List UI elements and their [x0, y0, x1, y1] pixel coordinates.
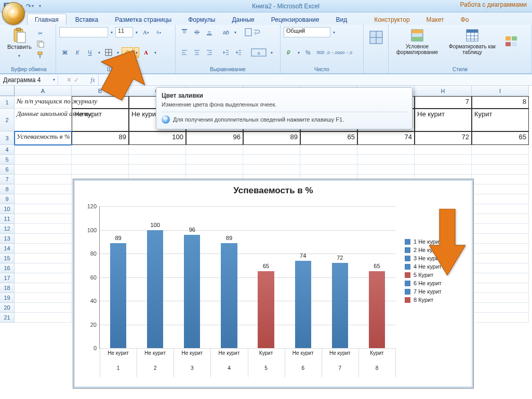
- increase-decimal-icon[interactable]: ,0→,00: [327, 47, 339, 58]
- format-as-table-icon: [465, 28, 480, 43]
- shrink-font-icon[interactable]: A▾: [153, 27, 164, 37]
- tooltip-fill-color: Цвет заливки Изменение цвета фона выделе…: [156, 87, 413, 129]
- cell-styles-button[interactable]: [502, 33, 521, 50]
- enter-formula-icon[interactable]: ✓: [74, 76, 79, 84]
- formula-bar: Диаграмма 4▾ ✕✓ fx: [0, 74, 532, 86]
- name-box[interactable]: Диаграмма 4▾: [0, 74, 58, 85]
- annotation-arrow-2: [429, 209, 466, 276]
- cut-icon[interactable]: ✂: [35, 28, 46, 38]
- chart-plot-area: 02040608010012089Не курит1100Не курит296…: [99, 206, 395, 323]
- wrap-text-button[interactable]: [243, 27, 262, 37]
- group-alignment-label: Выравнивание: [179, 65, 277, 72]
- chart-bar[interactable]: 89: [110, 243, 126, 323]
- tab-chart-design[interactable]: Конструктор: [366, 14, 417, 25]
- tab-insert[interactable]: Вставка: [68, 14, 107, 25]
- ribbon-body: Вставить ▾ ✂ Буфер обмена ▾ 11▾ A▴ A▾ Ж: [0, 25, 532, 74]
- group-alignment: ab▾ a▾ Выравнивание: [176, 25, 281, 73]
- chart-bar[interactable]: 89: [221, 243, 237, 323]
- redo-icon[interactable]: ↷▾: [26, 2, 34, 10]
- italic-button[interactable]: К: [72, 47, 83, 58]
- paste-button[interactable]: Вставить ▾: [5, 27, 34, 61]
- orientation-icon[interactable]: ab: [220, 27, 232, 37]
- conditional-formatting-button[interactable]: Условное форматирование: [392, 27, 443, 56]
- chart-bar[interactable]: 74: [295, 261, 311, 323]
- fx-icon[interactable]: fx: [87, 74, 99, 85]
- svg-text:₽: ₽: [287, 49, 290, 56]
- chart-bar[interactable]: 65: [258, 271, 274, 323]
- chart-object[interactable]: Успеваемость в % 02040608010012089Не кур…: [73, 179, 474, 323]
- group-clipboard-label: Буфер обмена: [5, 65, 52, 72]
- qat-customize-icon[interactable]: ▾: [37, 2, 43, 11]
- tab-review[interactable]: Рецензирование: [263, 14, 327, 25]
- format-painter-icon[interactable]: [35, 50, 46, 60]
- ribbon: Главная Вставка Разметка страницы Формул…: [0, 12, 532, 74]
- svg-rect-9: [39, 55, 41, 58]
- tab-data[interactable]: Данные: [224, 14, 262, 25]
- tab-formulas[interactable]: Формулы: [180, 14, 223, 25]
- percent-format-icon[interactable]: %: [302, 47, 314, 58]
- tooltip-f1: Для получения дополнительных сведений на…: [173, 116, 344, 123]
- svg-rect-47: [411, 37, 423, 41]
- grow-font-icon[interactable]: A▴: [140, 27, 152, 37]
- svg-rect-57: [512, 42, 517, 46]
- cancel-formula-icon[interactable]: ✕: [66, 76, 72, 84]
- chart-bar[interactable]: 100: [147, 230, 163, 323]
- tab-page-layout[interactable]: Разметка страницы: [107, 14, 179, 25]
- paste-label: Вставить: [7, 44, 32, 50]
- svg-rect-23: [245, 29, 251, 36]
- font-size-input[interactable]: 11: [115, 27, 133, 37]
- app-title: Книга2 - Microsoft Excel: [43, 3, 529, 10]
- legend-item[interactable]: 7 Не курит: [405, 288, 468, 295]
- cell-styles-icon: [504, 34, 518, 49]
- group-number-label: Число: [284, 65, 360, 72]
- font-name-input[interactable]: [59, 27, 108, 37]
- chart-bar[interactable]: 65: [369, 271, 385, 323]
- underline-button[interactable]: Ч: [84, 47, 96, 58]
- tab-home[interactable]: Главная: [27, 14, 66, 25]
- group-styles-label: Стили: [392, 65, 528, 72]
- group-styles: Условное форматирование Форматировать ка…: [389, 25, 532, 73]
- align-bottom-icon[interactable]: [204, 27, 215, 37]
- svg-rect-5: [17, 32, 25, 43]
- increase-indent-icon[interactable]: [233, 47, 244, 58]
- group-number: Общий▾ ₽▾ % 000 ,0→,00 ,00→,0 Число: [281, 25, 364, 73]
- legend-item[interactable]: 8 Курит: [405, 297, 468, 303]
- align-top-icon[interactable]: [179, 27, 190, 37]
- decrease-decimal-icon[interactable]: ,00→,0: [340, 47, 351, 58]
- bold-button[interactable]: Ж: [59, 47, 71, 58]
- svg-text:a: a: [257, 50, 260, 56]
- ribbon-tabs: Главная Вставка Разметка страницы Формул…: [0, 12, 532, 25]
- tooltip-title: Цвет заливки: [162, 92, 407, 99]
- number-format-select[interactable]: Общий: [284, 27, 330, 37]
- align-left-icon[interactable]: [179, 47, 190, 58]
- tab-chart-format[interactable]: Фо: [453, 14, 477, 25]
- svg-rect-49: [467, 30, 478, 33]
- title-bar: ↶▾ ↷▾ ▾ Книга2 - Microsoft Excel Работа …: [0, 0, 532, 12]
- svg-rect-54: [506, 36, 511, 41]
- tab-chart-layout[interactable]: Макет: [419, 14, 452, 25]
- tab-view[interactable]: Вид: [328, 14, 355, 25]
- svg-rect-56: [506, 42, 511, 46]
- chart-tools-label: Работа с диаграммами: [460, 1, 527, 8]
- format-as-table-button[interactable]: Форматировать как таблицу: [447, 27, 498, 56]
- align-center-icon[interactable]: [191, 47, 203, 58]
- align-right-icon[interactable]: [204, 47, 215, 58]
- comma-format-icon[interactable]: 000: [315, 47, 326, 58]
- legend-item[interactable]: 6 Не курит: [405, 280, 468, 286]
- svg-rect-46: [411, 30, 423, 33]
- merge-center-button[interactable]: a: [249, 47, 268, 58]
- svg-marker-59: [429, 209, 466, 275]
- chart-bar[interactable]: 72: [332, 263, 348, 323]
- help-icon: ?: [162, 115, 170, 124]
- align-middle-icon[interactable]: [191, 27, 203, 37]
- office-button[interactable]: [2, 2, 25, 25]
- accounting-format-icon[interactable]: ₽: [284, 47, 295, 58]
- insert-cells-icon[interactable]: [367, 27, 385, 48]
- svg-rect-8: [38, 52, 42, 55]
- chart-bar[interactable]: 96: [184, 235, 200, 323]
- annotation-arrow-1: [98, 49, 155, 101]
- copy-icon[interactable]: [35, 39, 46, 49]
- conditional-formatting-icon: [410, 28, 424, 43]
- decrease-indent-icon[interactable]: [220, 47, 232, 58]
- svg-rect-55: [512, 36, 517, 41]
